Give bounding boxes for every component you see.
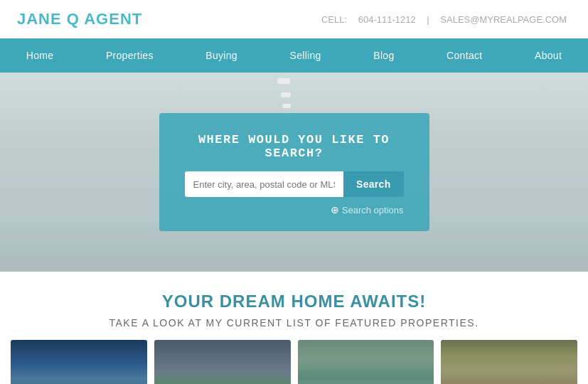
ceiling-light-2 (281, 92, 291, 97)
search-options-icon: ⊕ (331, 204, 339, 215)
ceiling-light-1 (277, 78, 290, 84)
cell-label: CELL: (321, 14, 347, 25)
property-card-3[interactable]: 3620 Flash Hill (298, 340, 434, 384)
hero-section: Where Would You Like To Search? Search ⊕… (0, 73, 588, 272)
nav-selling[interactable]: Selling (277, 38, 334, 73)
properties-row: 1606 Loudon Avenue 102 Broadway Boulevar… (0, 340, 588, 384)
property-card-4[interactable]: 4505 Ferial Place (441, 340, 577, 384)
separator: | (427, 14, 429, 25)
nav-properties[interactable]: Properties (93, 38, 166, 73)
nav-blog[interactable]: Blog (360, 38, 407, 73)
main-nav: Home Properties Buying Selling Blog Cont… (0, 38, 588, 73)
nav-home[interactable]: Home (14, 38, 67, 73)
search-button[interactable]: Search (343, 171, 404, 197)
search-row: Search (185, 171, 404, 197)
site-logo: JANE Q AGENT (17, 10, 142, 28)
contact-info: CELL: 604-111-1212 | SALES@MYREALPAGE.CO… (317, 14, 571, 25)
search-options[interactable]: ⊕ Search options (185, 204, 404, 215)
search-options-label: Search options (342, 205, 404, 215)
search-box: Where Would You Like To Search? Search ⊕… (159, 113, 429, 231)
ceiling-light-3 (282, 104, 291, 108)
dream-section: YOUR DREAM HOME AWAITS! TAKE A LOOK AT M… (0, 272, 588, 340)
nav-about[interactable]: About (522, 38, 574, 73)
property-card-2[interactable]: 102 Broadway Boulevard (154, 340, 291, 384)
email: SALES@MYREALPAGE.COM (440, 14, 567, 25)
dream-title: YOUR DREAM HOME AWAITS! (14, 292, 574, 311)
dream-subtitle: TAKE A LOOK AT MY CURRENT LIST OF FEATUR… (14, 317, 574, 329)
search-input[interactable] (185, 171, 344, 197)
search-title: Where Would You Like To Search? (185, 133, 404, 160)
page-header: JANE Q AGENT CELL: 604-111-1212 | SALES@… (0, 0, 588, 38)
nav-contact[interactable]: Contact (434, 38, 495, 73)
cell-number: 604-111-1212 (358, 14, 416, 25)
property-card-1[interactable]: 1606 Loudon Avenue (11, 340, 147, 384)
nav-buying[interactable]: Buying (193, 38, 250, 73)
